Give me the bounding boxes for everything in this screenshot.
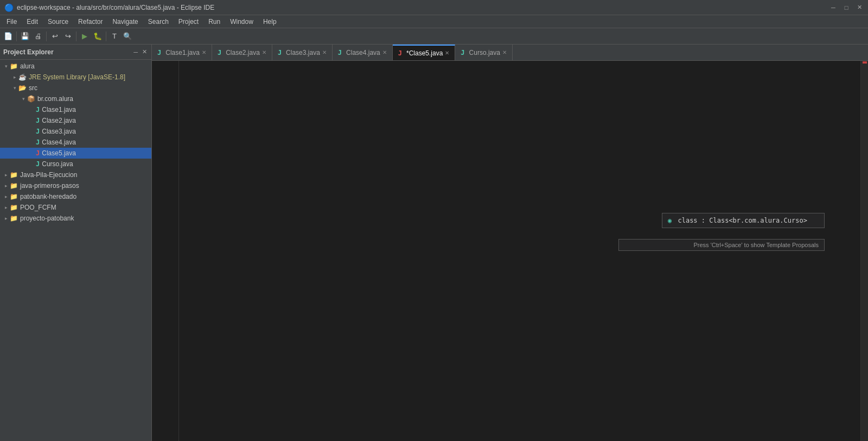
tab-Clase5[interactable]: J*Clase5.java✕	[393, 45, 456, 61]
save-button[interactable]: 💾	[19, 30, 31, 42]
sidebar-minimize-button[interactable]: ─	[132, 48, 139, 56]
toolbar-separator-4	[106, 32, 106, 41]
tree-arrow: ▸	[11, 74, 18, 80]
sidebar-item-Clase1.java[interactable]: JClase1.java	[0, 104, 151, 115]
toolbar-separator-3	[76, 32, 76, 41]
tab-label-Clase5: *Clase5.java	[406, 49, 443, 57]
menu-item-project[interactable]: Project	[174, 17, 203, 27]
tab-close-Clase1[interactable]: ✕	[202, 49, 206, 55]
tree-icon-java: J	[36, 128, 40, 135]
menu-item-navigate[interactable]: Navigate	[108, 17, 142, 27]
sidebar-item-proyecto-patobank[interactable]: ▸📁proyecto-patobank	[0, 213, 151, 224]
project-tree: ▾📁alura ▸☕JRE System Library [JavaSE-1.8…	[0, 60, 151, 441]
title-bar: 🔵 eclipse-workspace - alura/src/br/com/a…	[0, 0, 868, 15]
tree-label: proyecto-patobank	[20, 215, 74, 222]
sidebar-item-Clase2.java[interactable]: JClase2.java	[0, 115, 151, 126]
tab-Clase1[interactable]: JClase1.java✕	[152, 45, 212, 61]
line-numbers	[152, 61, 179, 441]
tab-Curso[interactable]: JCurso.java✕	[455, 45, 513, 61]
tooltip-footer-text: Press 'Ctrl+Space' to show Template Prop…	[693, 242, 819, 248]
sidebar-item-src[interactable]: ▾📂src	[0, 83, 151, 93]
tree-icon-java: J	[36, 117, 40, 124]
menu-item-file[interactable]: File	[2, 17, 21, 27]
new-button[interactable]: 📄	[2, 30, 14, 42]
tree-icon-project: 📁	[10, 171, 18, 179]
undo-button[interactable]: ↩	[49, 30, 61, 42]
tree-label: Java-Pila-Ejecucion	[20, 171, 77, 179]
sidebar-item-Clase5.java[interactable]: JClase5.java	[0, 148, 151, 159]
tab-close-Clase5[interactable]: ✕	[445, 50, 449, 56]
menu-item-edit[interactable]: Edit	[22, 17, 42, 27]
tree-label: java-primeros-pasos	[20, 182, 79, 190]
redo-button[interactable]: ↪	[62, 30, 74, 42]
code-editor[interactable]: ◉ class : Class<br.com.alura.Curso> Pres…	[152, 61, 868, 441]
sidebar-close-button[interactable]: ✕	[141, 47, 148, 56]
tree-label: Clase5.java	[42, 149, 76, 157]
minimize-button[interactable]: ─	[829, 3, 838, 12]
tab-close-Clase2[interactable]: ✕	[262, 49, 266, 55]
code-content[interactable]	[179, 61, 860, 441]
tree-arrow: ▾	[11, 85, 18, 91]
maximize-button[interactable]: □	[842, 3, 851, 12]
tree-icon-project: 📁	[10, 182, 18, 190]
tree-arrow: ▸	[2, 205, 10, 210]
tree-arrow: ▸	[2, 216, 10, 221]
sidebar-item-java-primeros-pasos[interactable]: ▸📁java-primeros-pasos	[0, 180, 151, 191]
tree-indent	[0, 73, 11, 81]
right-margin	[860, 61, 868, 441]
tree-indent	[0, 106, 28, 114]
tree-icon-java: J	[36, 138, 40, 146]
menu-item-window[interactable]: Window	[226, 17, 258, 27]
toolbar-separator-2	[46, 32, 47, 41]
menu-bar: FileEditSourceRefactorNavigateSearchProj…	[0, 15, 868, 28]
menu-item-search[interactable]: Search	[144, 17, 173, 27]
sidebar-item-Curso.java[interactable]: JCurso.java	[0, 159, 151, 169]
tree-icon-java: J	[36, 160, 40, 168]
tab-close-Clase3[interactable]: ✕	[322, 49, 327, 55]
tab-label-Curso: Curso.java	[469, 49, 500, 56]
sidebar-item-Java-Pila-Ejecucion[interactable]: ▸📁Java-Pila-Ejecucion	[0, 169, 151, 180]
sidebar-item-POO_FCFM[interactable]: ▸📁POO_FCFM	[0, 202, 151, 213]
tree-arrow: ▾	[20, 96, 27, 102]
tree-arrow: ▸	[2, 172, 10, 178]
tab-Clase3[interactable]: JClase3.java✕	[272, 45, 333, 61]
run-button[interactable]: ▶	[79, 30, 91, 42]
tree-indent	[0, 128, 28, 135]
menu-item-run[interactable]: Run	[204, 17, 225, 27]
tree-icon-java: J	[36, 106, 40, 114]
tree-label: JRE System Library [JavaSE-1.8]	[29, 73, 125, 81]
sidebar-item-br.com.alura[interactable]: ▾📦br.com.alura	[0, 93, 151, 104]
tree-icon-project: 📁	[10, 204, 18, 211]
sidebar-item-Clase3.java[interactable]: JClase3.java	[0, 126, 151, 137]
tab-close-Curso[interactable]: ✕	[502, 49, 507, 55]
debug-button[interactable]: 🐛	[92, 30, 104, 42]
tab-Clase4[interactable]: JClase4.java✕	[333, 45, 393, 61]
sidebar-item-patobank-heredado[interactable]: ▸📁patobank-heredado	[0, 191, 151, 202]
tab-Clase2[interactable]: JClase2.java✕	[212, 45, 272, 61]
tree-label: alura	[20, 62, 35, 70]
sidebar-item-Clase4.java[interactable]: JClase4.java	[0, 137, 151, 148]
tab-bar: JClase1.java✕JClase2.java✕JClase3.java✕J…	[152, 45, 868, 61]
tab-label-Clase3: Clase3.java	[286, 49, 320, 56]
tree-label: Clase4.java	[42, 138, 76, 146]
tree-icon-project: 📁	[10, 193, 18, 200]
menu-item-source[interactable]: Source	[43, 17, 73, 27]
project-explorer-title: Project Explorer	[3, 48, 132, 56]
sidebar-item-jre[interactable]: ▸☕JRE System Library [JavaSE-1.8]	[0, 72, 151, 83]
tab-label-Clase2: Clase2.java	[226, 49, 260, 56]
close-button[interactable]: ✕	[855, 3, 864, 12]
open-type-button[interactable]: T	[108, 30, 120, 42]
tree-label: POO_FCFM	[20, 204, 56, 211]
tooltip-box: ◉ class : Class<br.com.alura.Curso>	[662, 213, 825, 228]
menu-item-refactor[interactable]: Refactor	[74, 17, 107, 27]
tree-indent	[0, 160, 28, 168]
tree-arrow: ▸	[2, 194, 10, 199]
search-button[interactable]: 🔍	[122, 30, 133, 42]
tab-close-Clase4[interactable]: ✕	[382, 49, 387, 55]
menu-item-help[interactable]: Help	[259, 17, 281, 27]
tab-label-Clase1: Clase1.java	[165, 49, 200, 56]
tab-icon-Clase5: J	[398, 49, 402, 57]
tree-arrow: ▾	[2, 64, 10, 69]
sidebar-item-alura[interactable]: ▾📁alura	[0, 61, 151, 72]
print-button[interactable]: 🖨	[32, 30, 44, 42]
